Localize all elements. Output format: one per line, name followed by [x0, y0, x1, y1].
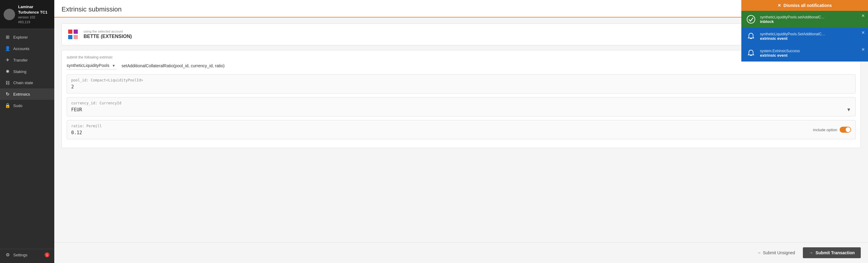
- extrinsics-icon: ↻: [5, 91, 10, 97]
- toggle-switch[interactable]: [840, 127, 851, 133]
- action-bar: → Submit Unsigned → Submit Transaction: [54, 242, 868, 263]
- ratio-field-left: ratio: Permill 0.12: [71, 124, 813, 136]
- module-select[interactable]: syntheticLiquidityPools: [67, 62, 117, 69]
- sidebar-item-label: Extrinsics: [13, 92, 50, 96]
- avatar: [4, 9, 15, 20]
- notif-inblock-title: syntheticLiquidityPools.setAdditionalC…: [760, 15, 864, 19]
- notif-inblock-close[interactable]: ✕: [861, 13, 865, 18]
- staking-icon: ✺: [5, 69, 10, 74]
- include-option-label: include option: [813, 127, 837, 132]
- notif-event1-content: syntheticLiquidityPools.SetAdditionalC… …: [760, 32, 864, 41]
- svg-rect-6: [68, 35, 72, 39]
- person-icon: 👤: [5, 46, 10, 51]
- sidebar: Laminar Turbulence TC1 version 102 #83,1…: [0, 0, 54, 263]
- account-label: using the selected account: [84, 30, 816, 33]
- submit-transaction-button[interactable]: → Submit Transaction: [803, 247, 861, 258]
- sidebar-item-sudo[interactable]: 🔒 Sudo: [0, 100, 54, 111]
- account-polkadot-icon: [67, 28, 79, 41]
- notification-extrinsic-event-2: system.ExtrinsicSuccess extrinsic event …: [741, 45, 868, 61]
- account-selector[interactable]: using the selected account BETTE (EXTENS…: [62, 24, 861, 45]
- currency-chevron-icon: ▼: [846, 107, 851, 113]
- notif-event2-subtitle: extrinsic event: [760, 53, 864, 58]
- submit-transaction-label: Submit Transaction: [815, 250, 855, 255]
- field-currency-id[interactable]: currency_id: CurrencyId FEUR ▼: [67, 97, 856, 116]
- notif-event1-title: syntheticLiquidityPools.SetAdditionalC…: [760, 32, 864, 36]
- module-selector: syntheticLiquidityPools ▼ setAdditionalC…: [67, 62, 856, 69]
- main-content: ✕ Dismiss all notifications syntheticLiq…: [54, 0, 868, 263]
- user-info: Laminar Turbulence TC1 version 102 #83,1…: [18, 4, 51, 24]
- submit-unsigned-icon: →: [757, 250, 761, 255]
- sidebar-item-label: Explorer: [13, 35, 50, 39]
- sidebar-item-extrinsics[interactable]: ↻ Extrinsics: [0, 88, 54, 100]
- checkmark-icon: [746, 14, 756, 25]
- dismiss-all-button[interactable]: ✕ Dismiss all notifications: [741, 0, 868, 11]
- include-option-toggle[interactable]: include option: [813, 127, 851, 133]
- ratio-value[interactable]: 0.12: [71, 130, 813, 136]
- svg-rect-7: [73, 35, 78, 39]
- sidebar-item-label: Settings: [13, 253, 42, 257]
- notifications-panel: ✕ Dismiss all notifications syntheticLiq…: [741, 0, 868, 61]
- sidebar-item-explorer[interactable]: ⊞ Explorer: [0, 31, 54, 43]
- close-icon: ✕: [777, 3, 781, 8]
- notif-event1-close[interactable]: ✕: [861, 30, 865, 35]
- transfer-icon: ✈: [5, 57, 10, 63]
- notification-extrinsic-event-1: syntheticLiquidityPools.SetAdditionalC… …: [741, 28, 868, 45]
- bell-icon-2: [746, 48, 756, 59]
- sidebar-item-settings[interactable]: ⚙ Settings 1: [0, 249, 54, 261]
- currency-id-value: FEUR: [71, 107, 82, 113]
- sidebar-item-label: Accounts: [13, 47, 50, 51]
- notif-event1-subtitle: extrinsic event: [760, 36, 864, 41]
- sidebar-item-transfer[interactable]: ✈ Transfer: [0, 54, 54, 66]
- chain-icon: ⛓: [5, 80, 10, 85]
- bell-icon-1: [746, 31, 756, 41]
- settings-badge: 1: [44, 253, 50, 257]
- user-block: #83,119: [18, 20, 51, 24]
- sidebar-header: Laminar Turbulence TC1 version 102 #83,1…: [0, 0, 54, 29]
- pool-id-value[interactable]: 2: [71, 84, 851, 90]
- sidebar-item-chain-state[interactable]: ⛓ Chain state: [0, 77, 54, 88]
- notif-event2-close[interactable]: ✕: [861, 47, 865, 52]
- notif-event2-content: system.ExtrinsicSuccess extrinsic event: [760, 49, 864, 58]
- svg-rect-5: [73, 30, 78, 34]
- sidebar-item-staking[interactable]: ✺ Staking: [0, 66, 54, 77]
- notif-inblock-content: syntheticLiquidityPools.setAdditionalC… …: [760, 15, 864, 24]
- account-name: BETTE (EXTENSION): [84, 34, 816, 39]
- ratio-type: ratio: Permill: [71, 124, 813, 128]
- module-select-wrapper[interactable]: syntheticLiquidityPools ▼: [67, 62, 117, 69]
- method-text: setAdditionalCollateralRatio(pool_id, cu…: [122, 62, 225, 69]
- grid-icon: ⊞: [5, 34, 10, 40]
- svg-point-0: [747, 16, 755, 23]
- dismiss-label: Dismiss all notifications: [783, 3, 832, 8]
- submit-unsigned-label: Submit Unsigned: [763, 250, 795, 255]
- sidebar-item-accounts[interactable]: 👤 Accounts: [0, 43, 54, 54]
- notif-inblock-subtitle: inblock: [760, 19, 864, 24]
- user-version: version 102: [18, 15, 51, 20]
- submit-transaction-icon: →: [809, 250, 813, 255]
- extrinsic-form: submit the following extrinsic synthetic…: [62, 50, 861, 148]
- account-info: using the selected account BETTE (EXTENS…: [84, 30, 816, 39]
- sidebar-item-label: Staking: [13, 69, 50, 74]
- notif-event2-title: system.ExtrinsicSuccess: [760, 49, 864, 53]
- user-name: Laminar Turbulence TC1: [18, 4, 51, 15]
- field-pool-id: pool_id: Compact<LiquidityPoolId> 2: [67, 74, 856, 93]
- pool-id-type: pool_id: Compact<LiquidityPoolId>: [71, 78, 851, 82]
- field-ratio: ratio: Permill 0.12 include option: [67, 120, 856, 139]
- form-label: submit the following extrinsic: [67, 55, 856, 59]
- page-title: Extrinsic submission: [62, 5, 861, 17]
- currency-dropdown-inner: FEUR ▼: [71, 107, 851, 113]
- settings-icon: ⚙: [5, 252, 10, 258]
- svg-rect-4: [68, 30, 72, 34]
- lock-icon: 🔒: [5, 103, 10, 108]
- submit-unsigned-button[interactable]: → Submit Unsigned: [752, 248, 799, 258]
- notification-inblock: syntheticLiquidityPools.setAdditionalC… …: [741, 11, 868, 28]
- sidebar-nav: ⊞ Explorer 👤 Accounts ✈ Transfer ✺ Staki…: [0, 29, 54, 263]
- sidebar-item-label: Transfer: [13, 58, 50, 62]
- currency-id-type: currency_id: CurrencyId: [71, 101, 851, 105]
- sidebar-item-label: Chain state: [13, 81, 50, 85]
- sidebar-item-label: Sudo: [13, 104, 50, 108]
